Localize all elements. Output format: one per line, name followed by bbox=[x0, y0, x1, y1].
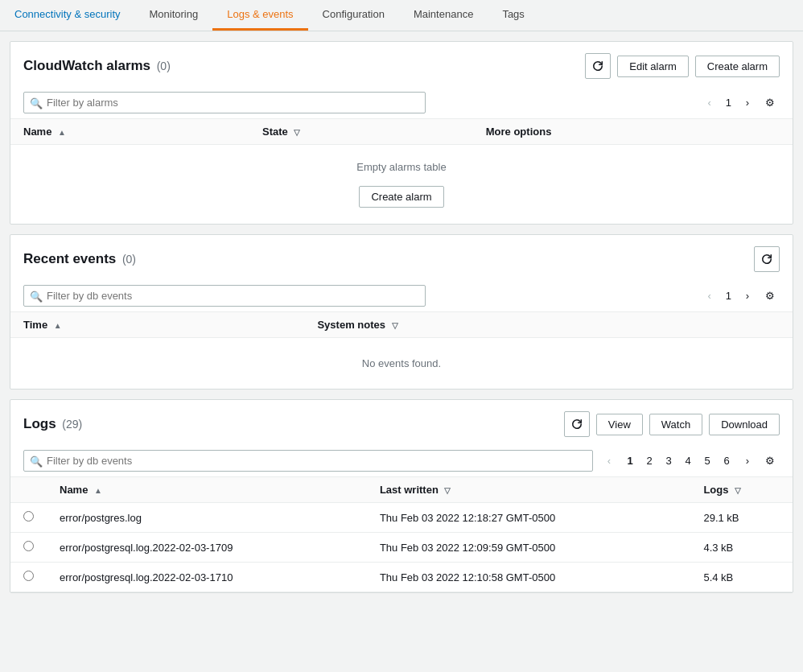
logs-header: Logs (29) View Watch Download bbox=[10, 400, 793, 445]
tab-monitoring[interactable]: Monitoring bbox=[135, 0, 213, 31]
alarms-search-icon: 🔍 bbox=[30, 97, 43, 109]
logs-refresh-icon bbox=[571, 418, 583, 430]
logs-prev-button[interactable]: ‹ bbox=[599, 451, 619, 471]
events-col-notes[interactable]: System notes ▽ bbox=[304, 312, 793, 338]
log-row-size-1: 4.3 kB bbox=[690, 533, 793, 563]
log-row-radio-1[interactable] bbox=[23, 541, 34, 551]
state-sort-icon: ▽ bbox=[294, 128, 300, 137]
logs-page-4[interactable]: 4 bbox=[680, 453, 696, 469]
logs-page-1[interactable]: 1 bbox=[622, 453, 638, 469]
events-empty-text: No events found. bbox=[362, 357, 441, 369]
alarms-empty-create-button[interactable]: Create alarm bbox=[359, 186, 443, 208]
log-table-row: error/postgres.log Thu Feb 03 2022 12:18… bbox=[10, 503, 793, 533]
log-row-written-0: Thu Feb 03 2022 12:18:27 GMT-0500 bbox=[367, 503, 691, 533]
events-table: Time ▲ System notes ▽ No events found. bbox=[10, 311, 793, 389]
events-search-wrap: 🔍 bbox=[23, 285, 426, 307]
alarms-table-header: Name ▲ State ▽ More options bbox=[10, 119, 793, 145]
alarms-empty-text: Empty alarms table bbox=[356, 161, 446, 173]
tab-logs-events[interactable]: Logs & events bbox=[212, 0, 307, 31]
logs-settings-icon[interactable]: ⚙ bbox=[760, 451, 780, 471]
logs-name-sort-icon: ▲ bbox=[94, 486, 102, 495]
tab-tags[interactable]: Tags bbox=[488, 0, 538, 31]
logs-title: Logs bbox=[23, 416, 56, 431]
alarms-pagination: ‹ 1 › ⚙ bbox=[700, 93, 780, 113]
alarms-search-wrap: 🔍 bbox=[23, 92, 426, 113]
alarms-header: CloudWatch alarms (0) Edit alarm Create … bbox=[10, 42, 793, 87]
alarms-settings-icon[interactable]: ⚙ bbox=[760, 93, 780, 113]
log-row-radio-cell-1 bbox=[10, 533, 47, 563]
logs-page-6[interactable]: 6 bbox=[719, 453, 735, 469]
logs-col-logs[interactable]: Logs ▽ bbox=[690, 477, 793, 503]
watch-button[interactable]: Watch bbox=[649, 414, 702, 435]
log-row-radio-0[interactable] bbox=[23, 511, 34, 522]
name-sort-icon: ▲ bbox=[58, 128, 66, 137]
logs-table-container: Name ▲ Last written ▽ Logs ▽ error bbox=[10, 476, 793, 592]
tab-configuration[interactable]: Configuration bbox=[308, 0, 399, 31]
log-row-radio-cell-2 bbox=[10, 563, 47, 592]
events-refresh-button[interactable] bbox=[754, 246, 780, 272]
logs-pagination: ‹ 1 2 3 4 5 6 › ⚙ bbox=[599, 451, 780, 471]
log-row-radio-2[interactable] bbox=[23, 571, 34, 581]
events-title: Recent events bbox=[23, 251, 116, 266]
log-row-size-2: 5.4 kB bbox=[690, 563, 793, 592]
view-button[interactable]: View bbox=[596, 414, 643, 435]
logs-col-name[interactable]: Name ▲ bbox=[47, 477, 367, 503]
alarms-col-name[interactable]: Name ▲ bbox=[10, 119, 249, 145]
alarms-empty-action-row: Create alarm bbox=[10, 179, 793, 224]
logs-written-sort-icon: ▽ bbox=[444, 486, 451, 495]
logs-table: Name ▲ Last written ▽ Logs ▽ error bbox=[10, 476, 793, 592]
logs-size-sort-icon: ▽ bbox=[735, 486, 741, 495]
alarms-search-input[interactable] bbox=[23, 92, 426, 113]
logs-page-3[interactable]: 3 bbox=[661, 453, 677, 469]
events-prev-button[interactable]: ‹ bbox=[700, 287, 719, 306]
events-page-num: 1 bbox=[723, 290, 735, 302]
alarms-page-num: 1 bbox=[723, 97, 735, 109]
alarms-next-button[interactable]: › bbox=[738, 93, 757, 113]
events-table-container: Time ▲ System notes ▽ No events found. bbox=[10, 311, 793, 389]
logs-next-button[interactable]: › bbox=[738, 451, 757, 471]
create-alarm-button[interactable]: Create alarm bbox=[695, 56, 780, 77]
download-button[interactable]: Download bbox=[709, 414, 780, 435]
events-table-header: Time ▲ System notes ▽ bbox=[10, 312, 793, 338]
time-sort-icon: ▲ bbox=[54, 321, 62, 330]
logs-page-2[interactable]: 2 bbox=[641, 453, 657, 469]
events-next-button[interactable]: › bbox=[738, 287, 757, 306]
alarms-col-state[interactable]: State ▽ bbox=[249, 119, 473, 145]
log-table-row: error/postgresql.log.2022-02-03-1709 Thu… bbox=[10, 533, 793, 563]
events-empty-row: No events found. bbox=[10, 338, 793, 390]
log-row-written-1: Thu Feb 03 2022 12:09:59 GMT-0500 bbox=[367, 533, 691, 563]
recent-events-section: Recent events (0) 🔍 ‹ 1 › ⚙ bbox=[10, 234, 793, 390]
logs-title-wrap: Logs (29) bbox=[23, 416, 82, 432]
edit-alarm-button[interactable]: Edit alarm bbox=[617, 56, 689, 77]
alarms-refresh-button[interactable] bbox=[585, 53, 611, 79]
alarms-table: Name ▲ State ▽ More options Empty alarms… bbox=[10, 118, 793, 224]
events-search-input[interactable] bbox=[23, 285, 426, 307]
logs-col-last-written[interactable]: Last written ▽ bbox=[367, 477, 691, 503]
alarms-title: CloudWatch alarms bbox=[23, 58, 150, 73]
log-row-written-2: Thu Feb 03 2022 12:10:58 GMT-0500 bbox=[367, 563, 691, 592]
tab-connectivity[interactable]: Connectivity & security bbox=[0, 0, 135, 31]
logs-page-5[interactable]: 5 bbox=[699, 453, 715, 469]
events-col-time[interactable]: Time ▲ bbox=[10, 312, 304, 338]
log-row-radio-cell-0 bbox=[10, 503, 47, 533]
tab-maintenance[interactable]: Maintenance bbox=[399, 0, 488, 31]
events-header: Recent events (0) bbox=[10, 235, 793, 280]
logs-table-header: Name ▲ Last written ▽ Logs ▽ bbox=[10, 477, 793, 503]
logs-count: (29) bbox=[62, 418, 82, 431]
log-row-name-1: error/postgresql.log.2022-02-03-1709 bbox=[47, 533, 367, 563]
events-search-icon: 🔍 bbox=[30, 290, 43, 302]
alarms-table-container: Name ▲ State ▽ More options Empty alarms… bbox=[10, 118, 793, 224]
events-pagination: ‹ 1 › ⚙ bbox=[700, 287, 780, 306]
logs-search-input[interactable] bbox=[23, 450, 593, 472]
alarms-prev-button[interactable]: ‹ bbox=[700, 93, 719, 113]
refresh-icon bbox=[592, 60, 603, 72]
alarms-count: (0) bbox=[157, 60, 171, 72]
tab-bar: Connectivity & security Monitoring Logs … bbox=[0, 0, 803, 31]
logs-refresh-button[interactable] bbox=[564, 411, 590, 437]
events-settings-icon[interactable]: ⚙ bbox=[760, 287, 780, 306]
log-table-row: error/postgresql.log.2022-02-03-1710 Thu… bbox=[10, 563, 793, 592]
alarms-col-options[interactable]: More options bbox=[473, 119, 793, 145]
log-row-size-0: 29.1 kB bbox=[690, 503, 793, 533]
events-refresh-icon bbox=[761, 254, 772, 265]
logs-search-icon: 🔍 bbox=[30, 455, 43, 467]
